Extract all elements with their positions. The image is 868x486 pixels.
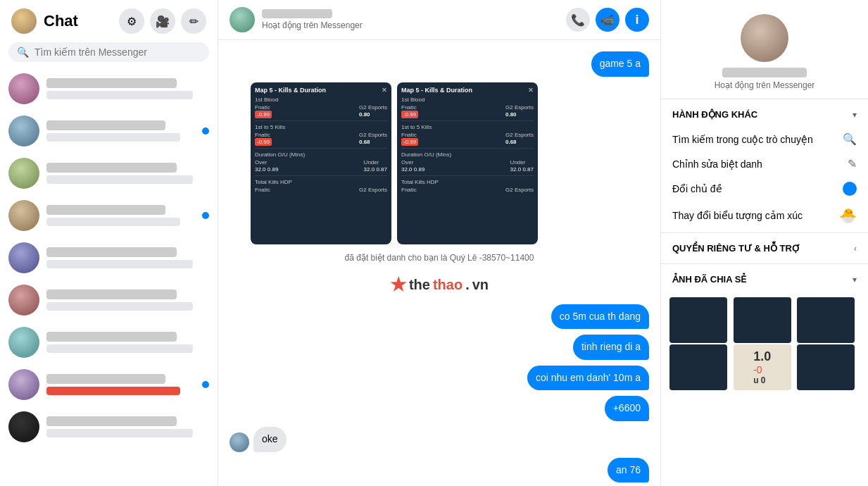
message-bubble: game 5 a <box>591 51 649 77</box>
messages-area: game 5 a Map 5 - Kills & Duration ✕ 1st … <box>218 40 660 486</box>
emoji-icon: 🐣 <box>839 207 857 224</box>
change-emoji-item[interactable]: Thay đổi biểu tượng cảm xúc 🐣 <box>661 201 868 230</box>
list-item[interactable] <box>0 110 218 152</box>
message-bubble: tinh rieng di a <box>573 335 649 360</box>
photo-thumbnail[interactable] <box>797 344 855 390</box>
list-item[interactable] <box>0 321 218 363</box>
photo-thumbnail[interactable] <box>669 297 727 343</box>
search-icon: 🔍 <box>17 46 29 58</box>
phone-icon[interactable]: 📞 <box>566 8 590 32</box>
betting-card-1: Map 5 - Kills & Duration ✕ 1st Blood Fna… <box>251 82 391 244</box>
list-item[interactable] <box>0 194 218 237</box>
message-bubble: +6600 <box>605 396 649 421</box>
list-item[interactable] <box>0 406 218 448</box>
avatar <box>8 116 39 147</box>
unread-indicator <box>202 381 209 388</box>
gear-icon[interactable]: ⚙ <box>119 8 144 34</box>
chat-preview <box>46 260 193 268</box>
photos-label: ẢNH ĐÃ CHIA SẺ <box>672 274 746 285</box>
unread-indicator <box>202 127 209 135</box>
list-item[interactable] <box>0 363 218 406</box>
image-message: Map 5 - Kills & Duration ✕ 1st Blood Fna… <box>251 82 538 244</box>
edit-icon[interactable]: ✏ <box>181 8 206 34</box>
video-camera-icon[interactable]: 🎥 <box>150 8 175 34</box>
contact-status: Hoạt động trên Messenger <box>715 80 815 90</box>
section-toggle-privacy[interactable]: QUYỀN RIÊNG TƯ & HỖ TRỢ ‹ <box>661 236 868 261</box>
section-toggle-hanh-dong[interactable]: HÀNH ĐỘNG KHÁC ▾ <box>661 102 868 127</box>
privacy-label: QUYỀN RIÊNG TƯ & HỖ TRỢ <box>672 243 800 254</box>
chat-name <box>46 205 165 215</box>
video-icon[interactable]: 📹 <box>596 8 619 32</box>
list-item[interactable] <box>0 279 218 321</box>
list-item[interactable] <box>0 152 218 194</box>
list-item[interactable] <box>0 68 218 110</box>
privacy-section: QUYỀN RIÊNG TƯ & HỖ TRỢ ‹ <box>661 232 868 263</box>
avatar <box>8 242 39 273</box>
sidebar: Chat ⚙ 🎥 ✏ 🔍 <box>0 0 218 486</box>
message-row: an 76 <box>229 458 649 483</box>
message-row: +6600 <box>229 396 649 421</box>
section-toggle-photos[interactable]: ẢNH ĐÃ CHIA SẺ ▾ <box>661 267 868 292</box>
edit-nickname-item[interactable]: Chỉnh sửa biệt danh ✎ <box>661 151 868 176</box>
chat-name <box>46 120 165 130</box>
list-item[interactable] <box>0 237 218 279</box>
theme-label: Đổi chủ đề <box>672 183 722 194</box>
chevron-left-icon: ‹ <box>854 244 857 254</box>
search-input[interactable] <box>34 46 201 58</box>
avatar <box>8 285 39 316</box>
topbar-icons: 📞 📹 i <box>566 8 649 32</box>
user-avatar <box>11 8 37 34</box>
photo-thumbnail[interactable] <box>734 297 791 343</box>
message-bubble: oke <box>253 427 287 452</box>
avatar <box>8 200 39 231</box>
photo-thumbnail[interactable] <box>669 344 727 390</box>
search-box[interactable]: 🔍 <box>8 42 209 62</box>
chat-name <box>46 78 177 88</box>
contact-name-blurred <box>722 68 807 77</box>
edit-pencil-icon: ✎ <box>848 157 857 170</box>
chat-list <box>0 68 218 486</box>
message-bubble: an 76 <box>608 458 649 483</box>
sidebar-title: Chat <box>44 12 112 30</box>
right-panel: Hoạt động trên Messenger HÀNH ĐỘNG KHÁC … <box>660 0 868 486</box>
theme-dot <box>843 182 857 196</box>
thethao-logo: ★ thethao.vn <box>390 274 489 296</box>
avatar <box>8 327 39 358</box>
contact-name <box>262 9 332 18</box>
chat-topbar: Hoạt động trên Messenger 📞 📹 i <box>218 0 660 40</box>
change-theme-item[interactable]: Đổi chủ đề <box>661 176 868 201</box>
search-label: Tìm kiếm trong cuộc trò chuyện <box>672 134 813 145</box>
chat-name <box>46 374 165 384</box>
chat-name <box>46 163 177 173</box>
emoji-label: Thay đổi biểu tượng cảm xúc <box>672 210 803 221</box>
chat-preview <box>46 91 193 99</box>
contact-avatar <box>229 7 255 32</box>
message-row: game 5 a <box>229 51 649 77</box>
contact-status: Hoạt động trên Messenger <box>262 20 559 30</box>
photos-grid: 1.0 -0 u 0 <box>661 292 868 396</box>
info-icon[interactable]: i <box>625 8 649 32</box>
photo-thumbnail[interactable] <box>797 297 855 343</box>
chat-name <box>46 416 177 426</box>
message-bubble: co 5m cua th dang <box>551 304 649 330</box>
message-row: co 5m cua th dang <box>229 304 649 330</box>
search-icon: 🔍 <box>843 132 857 146</box>
chat-preview <box>46 429 193 437</box>
right-profile: Hoạt động trên Messenger <box>661 0 868 99</box>
chevron-down-icon: ▾ <box>853 275 857 285</box>
avatar <box>8 158 39 189</box>
unread-indicator <box>202 212 209 219</box>
message-bubble: coi nhu em danh' 10m a <box>527 366 649 391</box>
photos-section: ẢNH ĐÃ CHIA SẺ ▾ 1.0 -0 u 0 <box>661 263 868 399</box>
system-message: đã đặt biệt danh cho bạn là Quý Lê -3857… <box>229 253 649 263</box>
chat-preview <box>46 133 180 142</box>
chat-preview <box>46 175 193 184</box>
message-row: coi nhu em danh' 10m a <box>229 366 649 391</box>
avatar <box>8 73 39 104</box>
photo-thumbnail[interactable]: 1.0 -0 u 0 <box>734 344 791 390</box>
sidebar-icons: ⚙ 🎥 ✏ <box>119 8 206 34</box>
avatar <box>229 432 249 452</box>
chat-preview <box>46 344 193 353</box>
search-conversation-item[interactable]: Tìm kiếm trong cuộc trò chuyện 🔍 <box>661 127 868 151</box>
message-row: tinh rieng di a <box>229 335 649 360</box>
